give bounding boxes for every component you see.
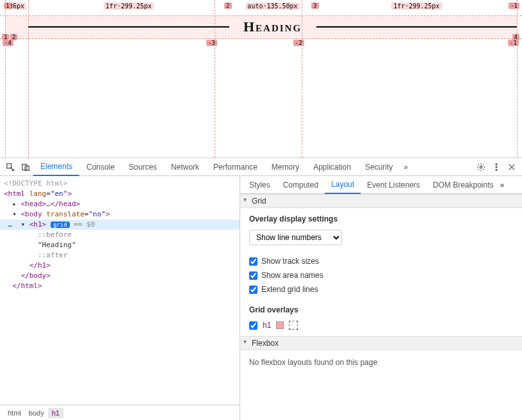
overlay-settings-header: Overlay display settings	[249, 214, 513, 223]
device-toggle-icon[interactable]	[18, 159, 33, 175]
tabs-overflow-icon[interactable]: »	[400, 163, 412, 172]
grid-cell-1: 36px 1 1 2	[5, 15, 28, 38]
rule-left	[28, 26, 229, 28]
grid-line-b-neg2: -2	[293, 40, 304, 46]
crumb-h1[interactable]: h1	[48, 408, 63, 418]
grid-line-1: 1	[4, 3, 11, 9]
chk-track-sizes[interactable]: Show track sizes	[249, 257, 513, 266]
grid-line-neg1-top: -1	[509, 3, 519, 9]
tab-network[interactable]: Network	[164, 158, 206, 176]
crumb-html[interactable]: html	[4, 408, 25, 418]
dom-doctype: <!DOCTYPE html>	[4, 179, 67, 188]
crumb-body[interactable]: body	[25, 408, 48, 418]
grid-overlay-h1-checkbox[interactable]	[249, 321, 257, 330]
track-size-3: auto·135.50px	[245, 3, 299, 10]
color-swatch[interactable]	[276, 321, 284, 329]
track-size-2: 1fr·299.25px	[104, 3, 154, 10]
tab-console[interactable]: Console	[79, 158, 122, 176]
grid-line-3: 3	[311, 3, 318, 9]
styles-side-panel: Styles Computed Layout Event Listeners D…	[240, 176, 522, 420]
svg-point-3	[480, 166, 482, 168]
dom-selected-h1[interactable]: … ▾ <h1> grid == $0	[0, 220, 240, 230]
side-tab-layout[interactable]: Layout	[325, 176, 361, 194]
rendered-page: 36px 1 1 2 1fr·299.25px 2 auto·135.50px …	[0, 0, 522, 158]
page-heading: Heading	[243, 19, 302, 35]
tab-memory[interactable]: Memory	[265, 158, 306, 176]
side-tabs-overflow-icon[interactable]: »	[500, 181, 505, 190]
svg-point-6	[496, 169, 497, 170]
tab-application[interactable]: Application	[306, 158, 358, 176]
grid-line-b-neg3: -3	[206, 40, 217, 46]
grid-overlay-h1-label: h1	[263, 321, 271, 330]
grid-badge[interactable]: grid	[51, 222, 70, 228]
side-tabs: Styles Computed Layout Event Listeners D…	[240, 176, 522, 194]
devtools-main-tabs: Elements Console Sources Network Perform…	[0, 158, 522, 176]
grid-cell-4: 1fr·299.25px -1 4	[316, 15, 518, 38]
flexbox-empty-msg: No flexbox layouts found on this page	[240, 351, 522, 373]
side-tab-styles[interactable]: Styles	[243, 176, 277, 194]
tab-performance[interactable]: Performance	[206, 158, 265, 176]
chk-area-names[interactable]: Show area names	[249, 271, 513, 280]
rule-right	[316, 26, 518, 28]
dom-panel: <!DOCTYPE html> <html lang="en"> ▸ <head…	[0, 176, 240, 420]
line-numbers-select[interactable]: Show line numbers	[249, 230, 342, 245]
side-tab-dom-breakpoints[interactable]: DOM Breakpoints	[427, 176, 500, 194]
inspect-icon[interactable]	[3, 159, 18, 175]
track-size-4: 1fr·299.25px	[391, 3, 441, 10]
svg-point-5	[496, 166, 497, 168]
grid-cell-2: 1fr·299.25px 2	[28, 15, 229, 38]
tab-elements[interactable]: Elements	[33, 158, 79, 176]
grid-cell-3: auto·135.50px 3 Heading	[229, 15, 316, 38]
section-grid[interactable]: Grid	[240, 194, 522, 208]
dom-tree[interactable]: <!DOCTYPE html> <html lang="en"> ▸ <head…	[0, 176, 240, 405]
svg-point-4	[496, 163, 497, 165]
side-tab-event[interactable]: Event Listeners	[361, 176, 427, 194]
side-tab-computed[interactable]: Computed	[277, 176, 325, 194]
grid-line-b-neg1: -1	[508, 40, 519, 46]
chk-extend-lines[interactable]: Extend grid lines	[249, 285, 513, 294]
grid-line-2: 2	[224, 3, 231, 9]
kebab-icon[interactable]	[489, 159, 504, 175]
tab-sources[interactable]: Sources	[122, 158, 164, 176]
devtools-panel: Elements Console Sources Network Perform…	[0, 158, 522, 420]
gear-icon[interactable]	[473, 159, 489, 175]
grid-overlays-header: Grid overlays	[249, 305, 513, 314]
close-icon[interactable]	[504, 159, 519, 175]
grid-line-b-neg4: -4	[3, 40, 13, 46]
dom-breadcrumb: html body h1	[0, 405, 240, 420]
tab-security[interactable]: Security	[358, 158, 400, 176]
svg-rect-1	[22, 164, 27, 170]
section-flexbox[interactable]: Flexbox	[240, 336, 522, 350]
grid-overlay-h1: h1	[249, 321, 513, 330]
dashed-swatch-icon[interactable]	[289, 321, 298, 330]
